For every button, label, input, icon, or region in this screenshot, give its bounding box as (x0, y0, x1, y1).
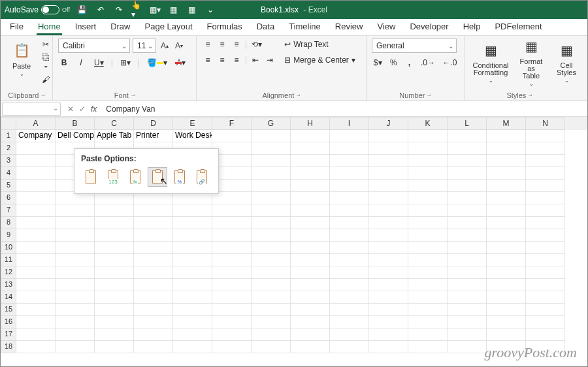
cell[interactable] (291, 180, 330, 192)
cell[interactable] (408, 304, 448, 316)
increase-font-button[interactable]: A▴ (159, 40, 171, 52)
comma-button[interactable]: , (403, 57, 415, 69)
paste-option-paste[interactable] (81, 167, 101, 187)
cell[interactable] (134, 279, 173, 291)
cell[interactable] (330, 130, 369, 142)
cell[interactable] (408, 142, 448, 155)
formula-bar[interactable]: Company Van (102, 104, 587, 114)
redo-icon[interactable]: ↷ (113, 4, 125, 16)
cell[interactable] (330, 155, 369, 167)
cell[interactable] (134, 316, 173, 328)
column-header-D[interactable]: D (134, 117, 173, 130)
cell[interactable] (408, 155, 448, 167)
tab-formulas[interactable]: Formulas (206, 19, 244, 35)
cell[interactable] (448, 279, 487, 291)
cell[interactable] (173, 229, 212, 242)
cell[interactable] (408, 291, 448, 304)
align-left-button[interactable]: ≡ (202, 54, 214, 66)
cell[interactable] (173, 254, 212, 266)
cell[interactable] (408, 167, 448, 180)
cell[interactable] (134, 229, 173, 242)
cell[interactable] (487, 217, 526, 229)
percent-button[interactable]: % (387, 57, 399, 69)
cell[interactable] (408, 217, 448, 229)
cell[interactable] (16, 155, 56, 167)
cell[interactable] (212, 217, 252, 229)
cell[interactable] (173, 316, 212, 328)
cell[interactable] (408, 279, 448, 291)
cell[interactable] (408, 130, 448, 142)
cell[interactable] (448, 304, 487, 316)
pivot-icon[interactable]: ▦ (186, 4, 198, 16)
cell[interactable] (56, 254, 95, 266)
cell[interactable] (134, 266, 173, 279)
cell[interactable] (526, 155, 565, 167)
cell[interactable]: Work Desk (173, 130, 212, 142)
cell[interactable] (408, 316, 448, 328)
column-header-B[interactable]: B (56, 117, 95, 130)
cell[interactable] (212, 254, 252, 266)
cell[interactable] (330, 279, 369, 291)
row-header[interactable]: 17 (1, 328, 16, 341)
cell[interactable] (95, 266, 134, 279)
cell[interactable] (448, 217, 487, 229)
cell[interactable] (408, 204, 448, 217)
cell[interactable] (212, 316, 252, 328)
cell[interactable] (95, 291, 134, 304)
column-header-M[interactable]: M (487, 117, 526, 130)
cell[interactable] (526, 279, 565, 291)
cell[interactable] (291, 316, 330, 328)
cell[interactable] (526, 254, 565, 266)
align-top-button[interactable]: ≡ (202, 39, 214, 50)
cell[interactable] (487, 328, 526, 341)
cell[interactable] (448, 130, 487, 142)
cell[interactable] (56, 217, 95, 229)
cell[interactable] (212, 229, 252, 242)
cell[interactable] (252, 341, 291, 353)
cell[interactable] (252, 291, 291, 304)
cell[interactable] (330, 316, 369, 328)
cell[interactable] (526, 242, 565, 254)
cell[interactable] (16, 167, 56, 180)
align-right-button[interactable]: ≡ (231, 54, 242, 66)
decrease-indent-button[interactable]: ⇤ (250, 54, 261, 66)
cell[interactable] (369, 180, 408, 192)
cell[interactable] (330, 142, 369, 155)
align-center-button[interactable]: ≡ (216, 54, 228, 66)
format-as-table-button[interactable]: ▦ Format as Table⌄ (515, 35, 547, 88)
cell[interactable] (173, 328, 212, 341)
cell[interactable] (291, 266, 330, 279)
row-header[interactable]: 18 (1, 341, 16, 353)
cell[interactable] (330, 192, 369, 204)
cell[interactable] (369, 192, 408, 204)
cell[interactable] (526, 192, 565, 204)
row-header[interactable]: 16 (1, 316, 16, 328)
column-header-F[interactable]: F (212, 117, 252, 130)
column-header-C[interactable]: C (95, 117, 134, 130)
cell[interactable] (369, 242, 408, 254)
row-header[interactable]: 6 (1, 192, 16, 204)
cell[interactable] (526, 304, 565, 316)
cell[interactable] (252, 254, 291, 266)
cell[interactable] (95, 316, 134, 328)
cell-styles-button[interactable]: ▦ Cell Styles⌄ (551, 39, 582, 85)
cell[interactable] (369, 155, 408, 167)
paste-option-values[interactable]: 123 (103, 167, 123, 187)
cell[interactable] (212, 204, 252, 217)
cell[interactable]: Apple Tab (95, 130, 134, 142)
cell[interactable] (252, 142, 291, 155)
qat-icon[interactable]: ▦ (168, 4, 180, 16)
column-header-E[interactable]: E (173, 117, 212, 130)
cell[interactable] (56, 266, 95, 279)
border-button[interactable]: ⊞▾ (118, 57, 133, 69)
cell[interactable] (487, 291, 526, 304)
cell[interactable] (252, 167, 291, 180)
cell[interactable] (448, 155, 487, 167)
tab-insert[interactable]: Insert (74, 19, 98, 35)
paste-option-formatting[interactable]: % (170, 167, 189, 187)
cell[interactable] (291, 217, 330, 229)
tab-home[interactable]: Home (37, 19, 62, 35)
autosave-toggle[interactable]: AutoSave Off (5, 5, 70, 14)
column-header-J[interactable]: J (369, 117, 408, 130)
cell[interactable] (252, 130, 291, 142)
